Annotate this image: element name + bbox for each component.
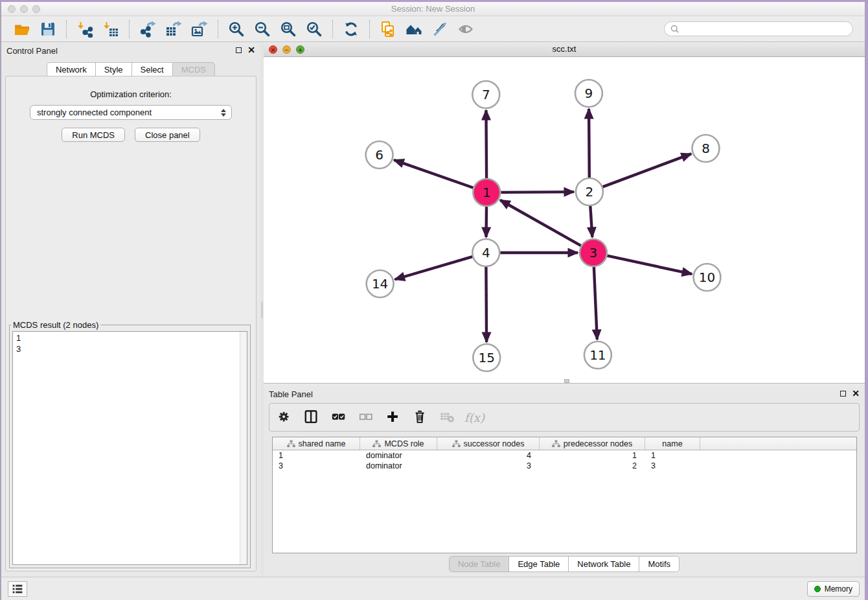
column-header-successor-nodes[interactable]: successor nodes — [437, 437, 540, 450]
node-label: 9 — [585, 86, 593, 101]
window-zoom-button[interactable] — [32, 5, 40, 13]
column-header-name[interactable]: name — [645, 437, 700, 450]
gear-button[interactable] — [276, 410, 292, 426]
graph-node-8[interactable]: 8 — [692, 135, 720, 162]
window-minimize-button[interactable] — [20, 5, 28, 13]
table-cell[interactable]: 3 — [437, 461, 540, 470]
task-history-button[interactable] — [8, 581, 27, 597]
tab-select[interactable]: Select — [131, 62, 173, 77]
refresh-network-button[interactable] — [341, 19, 361, 39]
edge-2-3[interactable] — [590, 206, 592, 237]
graph-node-3[interactable]: 3 — [580, 239, 607, 266]
node-label: 14 — [372, 276, 388, 292]
select-all-button[interactable] — [330, 410, 347, 426]
tab-edge-table[interactable]: Edge Table — [508, 556, 569, 572]
table-cell[interactable]: 2 — [540, 461, 645, 470]
graph-node-15[interactable]: 15 — [473, 344, 500, 371]
graph-node-7[interactable]: 7 — [472, 81, 499, 108]
tab-mcds[interactable]: MCDS — [172, 62, 215, 77]
edge-1-6[interactable] — [394, 160, 473, 188]
deselect-all-button[interactable] — [358, 410, 374, 426]
graph-node-6[interactable]: 6 — [366, 141, 393, 168]
graph-node-10[interactable]: 10 — [694, 264, 721, 291]
edge-4-15[interactable] — [486, 267, 486, 342]
result-scrollbar[interactable] — [240, 332, 247, 564]
edge-1-4[interactable] — [486, 207, 487, 237]
search-input[interactable] — [680, 25, 847, 34]
table-cell[interactable]: 3 — [273, 461, 360, 470]
zoom-out-button[interactable] — [253, 19, 272, 39]
import-network-button[interactable] — [75, 19, 95, 39]
run-mcds-button[interactable]: Run MCDS — [62, 128, 125, 142]
tab-motifs[interactable]: Motifs — [639, 556, 680, 572]
table-cell[interactable]: 3 — [645, 461, 700, 470]
edge-2-9[interactable] — [589, 109, 589, 178]
control-panel-float-icon[interactable] — [236, 47, 242, 53]
window-close-button[interactable] — [8, 5, 16, 13]
table-panel-float-icon[interactable] — [840, 391, 846, 397]
network-window-zoom-button[interactable]: + — [296, 45, 304, 54]
table-cell[interactable]: 1 — [540, 451, 645, 460]
mcds-result-textarea[interactable]: 13 — [12, 331, 247, 565]
clone-network-button[interactable] — [378, 19, 398, 39]
export-image-button[interactable] — [190, 19, 209, 39]
graphics-details-button[interactable] — [430, 19, 450, 39]
edge-3-1[interactable] — [500, 200, 581, 246]
column-header-shared-name[interactable]: shared name — [273, 437, 360, 450]
save-session-button[interactable] — [38, 19, 58, 39]
birds-eye-button[interactable] — [456, 19, 475, 39]
edge-4-14[interactable] — [395, 257, 473, 279]
edge-3-11[interactable] — [594, 267, 597, 340]
delete-table-button[interactable] — [439, 410, 455, 426]
network-window-close-button[interactable]: × — [269, 45, 277, 54]
window-title: Session: New Session — [1, 2, 865, 16]
zoom-selected-button[interactable] — [304, 19, 324, 39]
close-panel-button[interactable]: Close panel — [135, 128, 200, 142]
table-cell[interactable]: 1 — [645, 451, 700, 460]
export-network-button[interactable] — [138, 19, 157, 39]
tab-network[interactable]: Network — [47, 62, 96, 77]
delete-row-button[interactable] — [412, 410, 428, 426]
edge-3-10[interactable] — [607, 256, 692, 274]
home-view-button[interactable] — [404, 19, 424, 39]
table-cell[interactable]: 4 — [437, 451, 540, 460]
edge-1-7[interactable] — [486, 110, 486, 178]
split-columns-button[interactable] — [303, 410, 319, 426]
graph-node-4[interactable]: 4 — [472, 239, 499, 266]
column-header-predecessor-nodes[interactable]: predecessor nodes — [540, 437, 645, 450]
graph-node-1[interactable]: 1 — [473, 179, 500, 206]
graph-node-11[interactable]: 11 — [584, 341, 611, 369]
network-window-minimize-button[interactable]: − — [282, 45, 291, 54]
column-header-MCDS-role[interactable]: MCDS role — [360, 437, 437, 450]
function-builder-button[interactable]: f(x) — [466, 410, 483, 426]
canvas-resize-grip[interactable] — [564, 379, 569, 383]
graph-node-9[interactable]: 9 — [575, 80, 602, 107]
import-table-button[interactable] — [101, 19, 120, 39]
graph-node-2[interactable]: 2 — [576, 178, 603, 205]
tab-network-table[interactable]: Network Table — [568, 556, 639, 572]
table-cell[interactable]: dominator — [360, 461, 437, 470]
edge-1-2[interactable] — [501, 192, 574, 192]
toolbar-separator — [129, 20, 130, 38]
optimization-criterion-select[interactable]: strongly connected component — [30, 105, 232, 120]
table-cell[interactable]: 1 — [273, 451, 360, 460]
node-label: 1 — [483, 185, 491, 200]
edge-2-8[interactable] — [602, 154, 691, 187]
graph-node-14[interactable]: 14 — [367, 270, 394, 297]
tab-node-table[interactable]: Node Table — [449, 556, 510, 572]
tab-style[interactable]: Style — [95, 62, 132, 77]
table-row: 1dominator411 — [273, 450, 856, 461]
dropdown-stepper-icon — [221, 109, 226, 117]
zoom-in-button[interactable] — [227, 19, 246, 39]
memory-button[interactable]: Memory — [807, 581, 860, 597]
split-columns-icon — [304, 410, 319, 425]
open-session-button[interactable] — [12, 19, 32, 39]
add-row-button[interactable] — [385, 410, 401, 426]
attribute-tree-icon — [452, 440, 461, 448]
table-cell[interactable]: dominator — [360, 451, 437, 460]
zoom-fit-button[interactable] — [279, 19, 298, 39]
control-panel-close-icon[interactable]: ✕ — [247, 46, 255, 54]
table-panel-close-icon[interactable]: ✕ — [852, 389, 860, 397]
export-table-button[interactable] — [164, 19, 183, 39]
network-canvas[interactable]: 7968124314101511 — [264, 57, 865, 383]
